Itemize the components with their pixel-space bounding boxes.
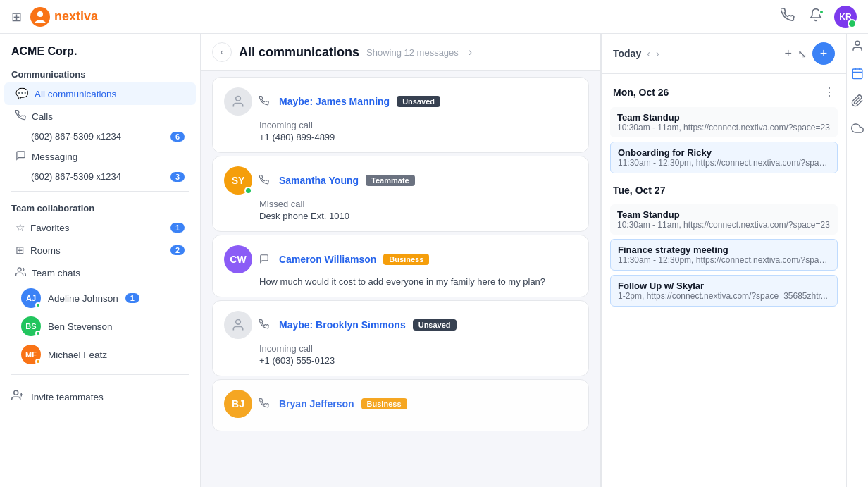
cal-event-tue-standup[interactable]: Team Standup 10:30am - 11am, https://con…	[610, 204, 838, 235]
cal-expand-btn[interactable]: ⤡	[798, 47, 807, 61]
invite-icon	[11, 389, 24, 405]
msg-detail-james: +1 (480) 899-4899	[224, 132, 577, 142]
avatar-initials: KR	[834, 6, 857, 28]
call-icon-james	[259, 96, 269, 108]
favorites-label: Favorites	[30, 223, 165, 233]
chat-badge-adeline: 1	[125, 293, 140, 303]
msg-detail-samantha: Desk phone Ext. 1010	[224, 211, 577, 221]
cal-event-title-tue-standup: Team Standup	[617, 209, 831, 220]
cal-day-mon: Mon, Oct 26 ⋮	[610, 82, 838, 104]
msg-type-samantha: Missed call	[224, 197, 577, 211]
calls-badge: 6	[170, 132, 185, 142]
communications-section-label: Communications	[0, 63, 200, 82]
message-header-cameron: CW Cameron Williamson Business	[224, 245, 577, 273]
samantha-online-dot	[244, 187, 252, 195]
grid-icon[interactable]: ⊞	[11, 9, 22, 25]
cal-action-btn[interactable]: +	[812, 42, 835, 65]
sidebar-item-all-communications[interactable]: 💬 All communications	[4, 82, 196, 105]
user-avatar[interactable]: KR	[834, 6, 857, 28]
msg-name-cameron: Cameron Williamson	[279, 254, 376, 265]
svg-point-6	[236, 97, 241, 101]
msg-tag-bryan: Business	[361, 398, 407, 409]
message-card-brooklyn[interactable]: Maybe: Brooklyn Simmons Unsaved Incoming…	[212, 300, 589, 376]
cal-event-mon-onboarding[interactable]: Onboarding for Ricky 11:30am - 12:30pm, …	[610, 142, 838, 173]
messaging-icon	[16, 150, 26, 163]
sidebar: ACME Corp. Communications 💬 All communic…	[0, 34, 201, 487]
message-header-brooklyn: Maybe: Brooklyn Simmons Unsaved	[224, 311, 577, 339]
favorites-icon: ☆	[16, 221, 25, 234]
chat-avatar-adeline: AJ	[21, 288, 41, 308]
status-dot-adeline	[35, 302, 41, 308]
msg-name-james: Maybe: James Manning	[279, 96, 390, 107]
cloud-icon[interactable]	[851, 122, 864, 138]
paperclip-icon[interactable]	[851, 94, 864, 111]
chat-item-adeline[interactable]: AJ Adeline Johnson 1	[4, 284, 196, 312]
chat-item-michael[interactable]: MF Michael Featz	[4, 340, 196, 369]
sidebar-item-calls[interactable]: Calls	[4, 105, 196, 128]
nav-forward-icon[interactable]: ›	[466, 43, 475, 61]
svg-point-1	[37, 11, 43, 17]
sidebar-item-favorites[interactable]: ☆ Favorites 1	[4, 216, 196, 239]
chat-item-ben[interactable]: BS Ben Stevenson	[4, 312, 196, 340]
invite-label: Invite teammates	[31, 392, 104, 402]
sidebar-item-rooms[interactable]: ⊞ Rooms 2	[4, 239, 196, 261]
msg-type-brooklyn: Incoming call	[224, 342, 577, 355]
svg-point-3	[14, 390, 18, 395]
sidebar-item-team-chats[interactable]: Team chats	[4, 261, 196, 284]
cal-event-mon-standup[interactable]: Team Standup 10:30am - 11am, https://con…	[610, 107, 838, 137]
message-card-james[interactable]: Maybe: James Manning Unsaved Incoming ca…	[212, 77, 589, 153]
main-area: ACME Corp. Communications 💬 All communic…	[0, 34, 868, 487]
team-chats-icon	[16, 266, 26, 279]
svg-point-2	[18, 268, 21, 271]
avatar-bryan: BJ	[224, 390, 252, 418]
msg-type-james: Incoming call	[224, 118, 577, 132]
company-name: ACME Corp.	[0, 34, 200, 63]
chat-name-adeline: Adeline Johnson	[48, 293, 118, 304]
msg-tag-samantha: Teammate	[366, 175, 415, 186]
panel-subtitle: Showing 12 messages	[366, 47, 459, 58]
message-card-cameron[interactable]: CW Cameron Williamson Business How much …	[212, 235, 589, 297]
logo-icon	[30, 7, 50, 27]
message-header-samantha: SY Samantha Young Teammate	[224, 166, 577, 195]
cal-more-icon-mon[interactable]: ⋮	[824, 85, 835, 99]
call-icon-samantha	[259, 175, 269, 187]
cal-event-time-onboarding: 11:30am - 12:30pm, https://connect.nexti…	[618, 158, 830, 168]
msg-tag-brooklyn: Unsaved	[413, 319, 457, 331]
cal-add-btn[interactable]: +	[784, 47, 792, 61]
rooms-badge: 2	[170, 245, 185, 255]
team-collab-label: Team collaboration	[0, 197, 200, 216]
cal-event-title-tue-finance: Finance strategy meeting	[618, 245, 830, 255]
cal-event-title-onboarding: Onboarding for Ricky	[618, 147, 830, 158]
cal-prev-btn[interactable]: ‹	[647, 48, 650, 59]
cal-event-time: 10:30am - 11am, https://connect.nextiva.…	[617, 123, 831, 132]
calendar-body: Mon, Oct 26 ⋮ Team Standup 10:30am - 11a…	[602, 74, 846, 487]
calls-phone-item[interactable]: (602) 867-5309 x1234 6	[4, 128, 196, 145]
cal-event-time-tue-standup: 10:30am - 11am, https://connect.nextiva.…	[617, 220, 831, 230]
bell-wrapper[interactable]	[806, 8, 826, 25]
cal-event-tue-finance[interactable]: Finance strategy meeting 11:30am - 12:30…	[610, 239, 838, 271]
phone-icon[interactable]	[778, 5, 798, 28]
logo-text: nextiva	[54, 9, 98, 24]
invite-teammates-btn[interactable]: Invite teammates	[0, 383, 200, 410]
person-icon[interactable]	[851, 39, 864, 56]
rooms-icon: ⊞	[16, 244, 25, 257]
message-card-bryan[interactable]: BJ Bryan Jefferson Business	[212, 379, 589, 431]
team-chats-label: Team chats	[32, 268, 185, 278]
calls-label: Calls	[32, 111, 185, 122]
message-card-samantha[interactable]: SY Samantha Young Teammate Missed call D…	[212, 156, 589, 232]
cal-day-label-tue: Tue, Oct 27	[613, 185, 665, 196]
messaging-phone-item[interactable]: (602) 867-5309 x1234 3	[4, 168, 196, 185]
cal-event-title: Team Standup	[617, 112, 831, 123]
messaging-phone: (602) 867-5309 x1234	[31, 171, 165, 182]
cal-event-tue-followup[interactable]: Follow Up w/ Skylar 1-2pm, https://conne…	[610, 275, 838, 307]
messaging-badge: 3	[170, 172, 185, 182]
calendar-icon[interactable]	[851, 67, 864, 83]
cal-event-title-tue-followup: Follow Up w/ Skylar	[618, 281, 830, 291]
panel-title: All communications	[239, 45, 359, 60]
cal-next-btn[interactable]: ›	[656, 48, 659, 59]
collapse-sidebar-button[interactable]: ‹	[212, 42, 232, 62]
cal-day-label-mon: Mon, Oct 26	[613, 87, 669, 98]
call-icon-bryan	[259, 398, 269, 410]
divider-1	[11, 191, 189, 192]
sidebar-item-messaging[interactable]: Messaging	[4, 145, 196, 168]
